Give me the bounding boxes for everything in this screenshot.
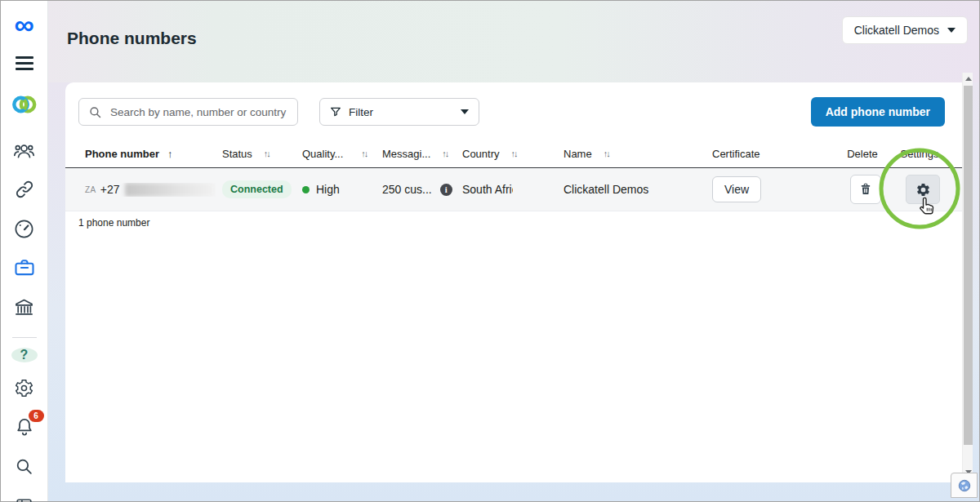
- search-box[interactable]: [78, 98, 298, 126]
- quality-dot-icon: [302, 186, 310, 193]
- integrations-link-icon[interactable]: [8, 175, 41, 203]
- trash-icon: [858, 182, 873, 197]
- app-window: ∞: [0, 0, 980, 502]
- column-label: Certificate: [712, 148, 760, 160]
- scrollbar[interactable]: [962, 73, 973, 478]
- delete-button[interactable]: [850, 175, 881, 204]
- menu-icon[interactable]: [8, 53, 41, 73]
- column-label: Phone number: [85, 148, 159, 160]
- cell-country: South Africa: [456, 183, 557, 196]
- sort-asc-icon: ↑: [167, 148, 173, 160]
- row-count-label: 1 phone number: [65, 211, 962, 234]
- phone-numbers-card: Filter Add phone number Phone number ↑ S…: [65, 82, 962, 482]
- scroll-up-button[interactable]: [963, 73, 973, 85]
- main-area: Phone numbers Clickatell Demos: [47, 1, 979, 501]
- redacted-phone-number: [125, 183, 215, 197]
- cell-quality: High: [296, 183, 376, 196]
- sort-icon: ↑↓: [361, 149, 367, 158]
- filter-dropdown[interactable]: Filter: [319, 98, 479, 126]
- phone-prefix: +27: [100, 183, 120, 196]
- search-icon: [88, 105, 102, 119]
- add-phone-number-button[interactable]: Add phone number: [811, 97, 945, 127]
- info-icon[interactable]: i: [440, 184, 452, 196]
- country-code-label: ZA: [85, 185, 96, 194]
- messaging-limit-label: 250 cus...: [382, 183, 432, 196]
- toolbar: Filter Add phone number: [78, 97, 945, 127]
- column-label: Status: [222, 148, 252, 160]
- view-certificate-button[interactable]: View: [712, 176, 761, 202]
- column-header-delete: Delete: [836, 148, 889, 160]
- workspace-briefcase-icon[interactable]: [8, 254, 41, 282]
- scrollbar-thumb[interactable]: [964, 86, 973, 445]
- sidebar: ∞: [1, 1, 48, 501]
- expand-panel-icon[interactable]: [8, 491, 41, 502]
- account-selector-button[interactable]: Clickatell Demos: [842, 16, 968, 44]
- country-label: South Africa: [462, 183, 513, 196]
- filter-funnel-icon: [329, 105, 342, 118]
- notification-badge: 6: [29, 410, 44, 422]
- settings-gear-icon[interactable]: [8, 374, 41, 402]
- chevron-down-icon: [461, 109, 469, 114]
- column-label: Delete: [847, 148, 878, 160]
- cell-status: Connected: [216, 180, 296, 198]
- column-label: Quality...: [302, 148, 343, 160]
- column-label: Settings: [901, 148, 939, 160]
- chevron-down-icon: [947, 28, 956, 33]
- sort-icon: ↑↓: [442, 149, 448, 158]
- cell-name: Clickatell Demos: [557, 183, 706, 196]
- notifications-bell-icon[interactable]: 6: [8, 413, 41, 441]
- sort-icon: ↑↓: [604, 149, 609, 158]
- column-header-settings: Settings: [889, 148, 951, 160]
- status-badge: Connected: [222, 180, 292, 198]
- cell-delete: [836, 175, 889, 204]
- cell-phone-number: ZA +27: [78, 183, 216, 197]
- meta-logo-icon[interactable]: ∞: [8, 9, 41, 40]
- globe-widget[interactable]: [951, 473, 978, 498]
- sidebar-divider: [12, 337, 37, 338]
- contacts-icon[interactable]: [8, 136, 41, 164]
- column-header-country[interactable]: Country ↑↓: [456, 148, 557, 160]
- globe-icon: [957, 478, 972, 493]
- column-header-certificate: Certificate: [706, 148, 836, 160]
- cell-messaging-limit: 250 cus... i: [376, 183, 456, 196]
- column-label: Messagi...: [382, 148, 430, 160]
- cell-certificate: View: [706, 176, 836, 202]
- column-header-phone-number[interactable]: Phone number ↑: [78, 148, 216, 160]
- account-selector-label: Clickatell Demos: [854, 24, 939, 37]
- row-settings-button[interactable]: [906, 175, 940, 204]
- gear-icon: [915, 182, 931, 198]
- name-label: Clickatell Demos: [564, 183, 648, 196]
- column-header-messaging[interactable]: Messagi... ↑↓: [376, 148, 456, 160]
- cell-settings: [889, 175, 951, 204]
- page-title: Phone numbers: [67, 29, 197, 48]
- column-header-status[interactable]: Status ↑↓: [216, 148, 296, 160]
- sort-icon: ↑↓: [511, 149, 517, 158]
- search-input[interactable]: [109, 105, 297, 119]
- column-label: Name: [564, 148, 592, 160]
- table-header-row: Phone number ↑ Status ↑↓ Quality... ↑↓ M…: [65, 140, 962, 168]
- column-label: Country: [462, 148, 500, 160]
- search-sidebar-icon[interactable]: [8, 452, 41, 480]
- help-icon[interactable]: ?: [11, 348, 38, 362]
- sort-icon: ↑↓: [264, 149, 270, 158]
- table-row[interactable]: ZA +27 Connected High 250 cus... i South…: [65, 168, 962, 211]
- dashboard-gauge-icon[interactable]: [8, 215, 41, 242]
- column-header-quality[interactable]: Quality... ↑↓: [296, 148, 376, 160]
- column-header-name[interactable]: Name ↑↓: [557, 148, 706, 160]
- billing-bank-icon[interactable]: [8, 293, 41, 321]
- quality-label: High: [316, 183, 340, 196]
- filter-label: Filter: [349, 106, 373, 118]
- clickatell-logo-icon[interactable]: [8, 91, 41, 118]
